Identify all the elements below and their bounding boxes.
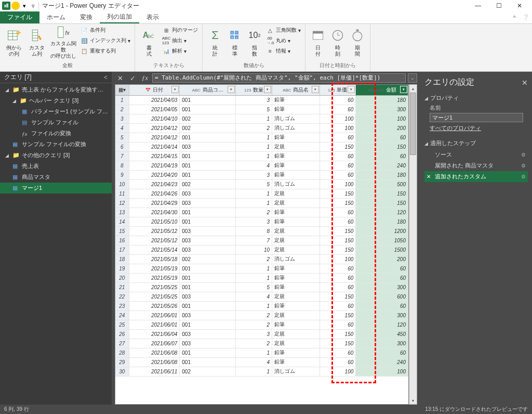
cell-price[interactable]: 150 — [320, 339, 356, 348]
cell-amount[interactable]: 120 — [356, 208, 408, 217]
cell-price[interactable]: 60 — [320, 217, 356, 226]
cell-name[interactable]: 消しゴム — [272, 367, 320, 376]
cell-qty[interactable]: 3 — [236, 217, 272, 226]
accept-formula-icon[interactable]: ✓ — [127, 73, 138, 83]
cell-date[interactable]: 2021/06/04 — [129, 329, 180, 339]
cell-code[interactable]: 001 — [180, 151, 236, 161]
cell-name[interactable]: 定規 — [272, 329, 320, 339]
rounding-button[interactable]: .00→.0丸め▾ — [265, 35, 302, 46]
delete-step-icon[interactable]: ✕ — [427, 174, 431, 179]
cell-price[interactable]: 60 — [320, 151, 356, 161]
cell-name[interactable]: 消しゴム — [272, 179, 320, 189]
cell-qty[interactable]: 1 — [236, 301, 272, 310]
cell-code[interactable]: 002 — [180, 254, 236, 264]
filter-dropdown-icon[interactable]: ▾ — [264, 86, 271, 93]
table-row[interactable]: 212021/05/250015鉛筆60300 — [115, 282, 408, 292]
cell-name[interactable]: 鉛筆 — [272, 105, 320, 114]
table-row[interactable]: 52021/04/120011鉛筆6060 — [115, 133, 408, 142]
table-row[interactable]: 122021/04/290031定規150150 — [115, 198, 408, 208]
cell-date[interactable]: 2021/06/01 — [129, 310, 180, 320]
data-grid[interactable]: ▦▾📅 日付▾ABC 商品コ…▾123 数量▾ABC 商品名▾123 単価▾AB… — [115, 84, 409, 405]
cell-price[interactable]: 60 — [320, 301, 356, 310]
cell-code[interactable]: 001 — [180, 264, 236, 273]
cell-amount[interactable]: 60 — [356, 133, 408, 142]
cell-name[interactable]: 鉛筆 — [272, 282, 320, 292]
cell-code[interactable]: 003 — [180, 236, 236, 245]
column-header-qty[interactable]: 123 数量▾ — [236, 85, 272, 95]
table-row[interactable]: 72021/04/150011鉛筆6060 — [115, 151, 408, 161]
cell-amount[interactable]: 60 — [356, 348, 408, 357]
scroll-up-icon[interactable]: ▴ — [409, 85, 417, 92]
cell-date[interactable]: 2021/06/01 — [129, 320, 180, 329]
table-row[interactable]: 242021/06/010032定規150300 — [115, 310, 408, 320]
tab-view[interactable]: 表示 — [139, 11, 166, 23]
cell-amount[interactable]: 60 — [356, 273, 408, 282]
table-row[interactable]: 302021/06/110021消しゴム100100 — [115, 367, 408, 376]
format-button[interactable]: AbĆ 書 式 — [138, 25, 160, 59]
applied-step[interactable]: 展開された 商品マスタ⚙ — [424, 160, 528, 171]
table-row[interactable]: 252021/06/010012鉛筆60120 — [115, 320, 408, 329]
cell-date[interactable]: 2021/04/05 — [129, 105, 180, 114]
table-row[interactable]: 182021/05/180022消しゴム100200 — [115, 254, 408, 264]
cell-name[interactable]: 鉛筆 — [272, 320, 320, 329]
formula-input[interactable]: = Table.AddColumn(#"展開された 商品マスタ", "金額", … — [152, 73, 406, 83]
maximize-button[interactable]: ☐ — [488, 0, 509, 11]
cell-qty[interactable]: 2 — [236, 254, 272, 264]
cell-date[interactable]: 2021/04/26 — [129, 189, 180, 198]
cell-date[interactable]: 2021/05/25 — [129, 282, 180, 292]
cell-code[interactable]: 003 — [180, 142, 236, 151]
cell-amount[interactable]: 500 — [356, 179, 408, 189]
cell-price[interactable]: 60 — [320, 282, 356, 292]
cell-name[interactable]: 鉛筆 — [272, 151, 320, 161]
table-row[interactable]: 272021/06/070032定規150300 — [115, 339, 408, 348]
query-name-input[interactable] — [430, 113, 523, 122]
cell-name[interactable]: 定規 — [272, 339, 320, 348]
cell-code[interactable]: 003 — [180, 189, 236, 198]
table-row[interactable]: 12021/04/030013鉛筆60180 — [115, 95, 408, 105]
qat-dropdown-icon[interactable]: ▾ — [20, 2, 29, 10]
cell-date[interactable]: 2021/04/12 — [129, 133, 180, 142]
custom-column-button[interactable]: カスタ ム列 — [26, 25, 48, 59]
cell-name[interactable]: 定規 — [272, 189, 320, 198]
cell-code[interactable]: 001 — [180, 273, 236, 282]
cell-code[interactable]: 001 — [180, 301, 236, 310]
tree-item[interactable]: ▦パラメーター1 (サンプル フ… — [0, 106, 112, 117]
tab-home[interactable]: ホーム — [39, 11, 73, 23]
cell-date[interactable]: 2021/06/07 — [129, 339, 180, 348]
tree-item[interactable]: ◢📁その他のクエリ [3] — [0, 150, 112, 161]
table-row[interactable]: 282021/06/080011鉛筆6060 — [115, 348, 408, 357]
column-header-name[interactable]: ABC 商品名▾ — [272, 85, 320, 95]
table-row[interactable]: 162021/05/120037定規1501050 — [115, 236, 408, 245]
cell-name[interactable]: 鉛筆 — [272, 170, 320, 179]
applied-steps-section-header[interactable]: ◢適用したステップ — [424, 136, 528, 148]
table-row[interactable]: 142021/05/100013鉛筆60180 — [115, 217, 408, 226]
cell-amount[interactable]: 60 — [356, 151, 408, 161]
table-row[interactable]: 42021/04/120022消しゴム100200 — [115, 123, 408, 133]
cell-price[interactable]: 60 — [320, 161, 356, 170]
cell-code[interactable]: 001 — [180, 161, 236, 170]
cell-amount[interactable]: 180 — [356, 217, 408, 226]
filter-dropdown-icon[interactable]: ▾ — [228, 86, 235, 93]
cell-code[interactable]: 003 — [180, 292, 236, 301]
time-button[interactable]: 時 刻 — [328, 25, 347, 59]
cell-date[interactable]: 2021/04/23 — [129, 179, 180, 189]
cell-qty[interactable]: 1 — [236, 114, 272, 123]
cell-qty[interactable]: 1 — [236, 142, 272, 151]
close-settings-icon[interactable]: ✕ — [522, 79, 528, 87]
cell-price[interactable]: 150 — [320, 329, 356, 339]
cell-price[interactable]: 150 — [320, 189, 356, 198]
cell-code[interactable]: 002 — [180, 114, 236, 123]
duration-button[interactable]: 期 間 — [348, 25, 367, 59]
filter-dropdown-icon[interactable]: ▾ — [400, 86, 407, 93]
cell-qty[interactable]: 5 — [236, 179, 272, 189]
column-header-code[interactable]: ABC 商品コ…▾ — [180, 85, 236, 95]
table-row[interactable]: 152021/05/120038定規1501200 — [115, 226, 408, 236]
cell-date[interactable]: 2021/04/03 — [129, 95, 180, 105]
all-properties-link[interactable]: すべてのプロパティ — [424, 124, 528, 132]
cell-qty[interactable]: 1 — [236, 151, 272, 161]
gear-icon[interactable]: ⚙ — [521, 152, 526, 158]
cell-name[interactable]: 鉛筆 — [272, 133, 320, 142]
cell-amount[interactable]: 120 — [356, 320, 408, 329]
cell-amount[interactable]: 450 — [356, 329, 408, 339]
table-row[interactable]: 262021/06/040033定規150450 — [115, 329, 408, 339]
